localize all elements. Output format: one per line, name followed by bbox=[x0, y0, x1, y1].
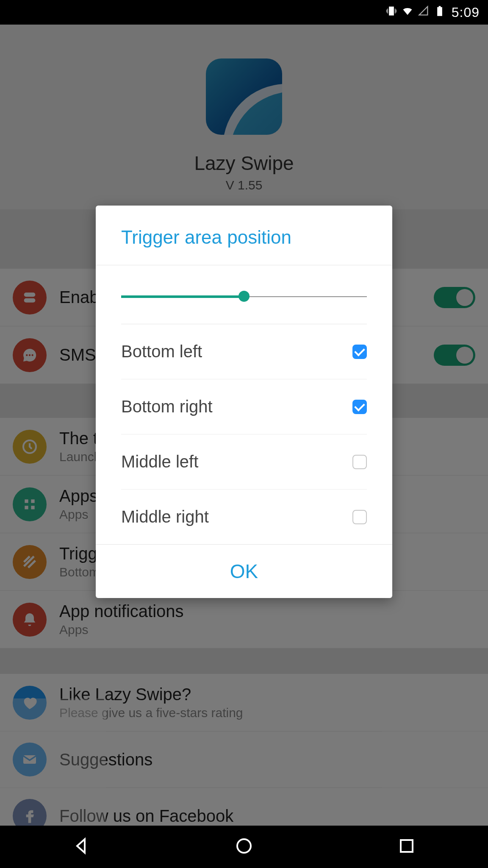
option-list: Bottom left Bottom right Middle left Mid… bbox=[96, 324, 392, 544]
option-label: Bottom right bbox=[121, 397, 213, 416]
svg-rect-12 bbox=[401, 840, 413, 852]
slider-knob[interactable] bbox=[238, 291, 250, 302]
checkbox-middle-left[interactable] bbox=[352, 455, 367, 469]
vibrate-icon bbox=[385, 5, 397, 20]
status-bar: 5:09 bbox=[0, 0, 488, 25]
home-button[interactable] bbox=[234, 836, 254, 858]
option-bottom-left[interactable]: Bottom left bbox=[121, 324, 367, 379]
svg-point-11 bbox=[237, 839, 251, 853]
status-clock: 5:09 bbox=[450, 5, 480, 20]
checkbox-bottom-right[interactable] bbox=[352, 400, 367, 414]
option-bottom-right[interactable]: Bottom right bbox=[121, 379, 367, 434]
dialog-title: Trigger area position bbox=[96, 206, 392, 265]
slider-container bbox=[96, 265, 392, 324]
signal-icon bbox=[418, 5, 430, 20]
battery-icon bbox=[434, 5, 446, 20]
trigger-size-slider[interactable] bbox=[121, 295, 367, 298]
dialog-footer: OK bbox=[96, 544, 392, 598]
option-middle-left[interactable]: Middle left bbox=[121, 434, 367, 490]
option-label: Middle right bbox=[121, 507, 209, 526]
ok-button[interactable]: OK bbox=[230, 560, 258, 583]
checkbox-middle-right[interactable] bbox=[352, 510, 367, 524]
back-button[interactable] bbox=[71, 836, 92, 858]
option-label: Bottom left bbox=[121, 342, 202, 361]
recents-button[interactable] bbox=[396, 836, 417, 858]
option-middle-right[interactable]: Middle right bbox=[121, 490, 367, 544]
android-nav-bar bbox=[0, 826, 488, 868]
wifi-icon bbox=[402, 5, 413, 20]
trigger-position-dialog: Trigger area position Bottom left Bottom… bbox=[96, 206, 392, 598]
option-label: Middle left bbox=[121, 452, 198, 471]
slider-fill bbox=[121, 295, 244, 298]
checkbox-bottom-left[interactable] bbox=[352, 345, 367, 359]
